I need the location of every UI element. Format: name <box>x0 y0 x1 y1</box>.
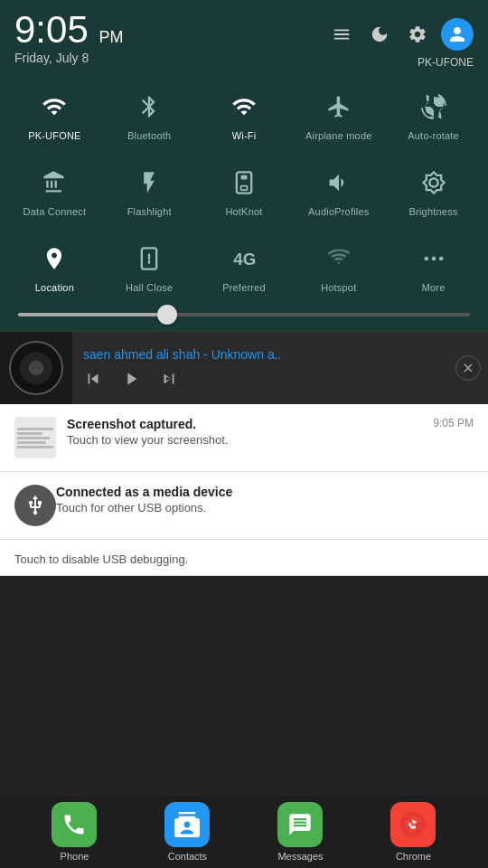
toggle-dataconnect[interactable]: Data Connect <box>11 156 98 224</box>
pk-ufone-label: PK-UFONE <box>28 130 80 141</box>
settings-icon[interactable] <box>403 20 432 49</box>
toggle-brightness[interactable]: Brightness <box>390 156 477 224</box>
airplane-label: Airplane mode <box>305 130 372 141</box>
svg-point-7 <box>438 257 443 261</box>
toggle-hotknot[interactable]: HotKnot <box>201 156 287 224</box>
toggle-preferred[interactable]: 4G Preferred <box>201 231 287 300</box>
slider-track <box>18 313 470 316</box>
toggle-row-1: PK-UFONE Bluetooth Wi-Fi A <box>7 76 481 152</box>
preferred-icon: 4G <box>224 239 264 278</box>
hallclose-icon <box>129 239 169 278</box>
toggle-row-2: Data Connect Flashlight HotKnot <box>7 152 481 228</box>
app-drawer-bottom: Phone Contacts Messages Chrome <box>0 796 488 868</box>
usb-title: Connected as a media device <box>56 485 474 499</box>
contacts-label: Contacts <box>168 851 207 862</box>
dataconnect-label: Data Connect <box>23 206 87 217</box>
app-phone[interactable]: Phone <box>52 802 97 862</box>
wifi-label: Wi-Fi <box>232 130 257 141</box>
thumb-line-2 <box>17 432 42 435</box>
autorotate-label: Auto-rotate <box>408 130 459 141</box>
location-icon <box>34 239 74 278</box>
toggle-hallclose[interactable]: Hall Close <box>106 231 192 300</box>
screenshot-thumb <box>14 417 56 458</box>
svg-point-6 <box>431 257 436 261</box>
hotknot-label: HotKnot <box>225 206 262 217</box>
carrier-name: PK-UFONE <box>418 56 474 69</box>
vinyl-disc <box>9 341 63 395</box>
app-chrome[interactable]: Chrome <box>390 802 436 862</box>
toggle-row-3: Location Hall Close 4G Preferred <box>7 228 481 304</box>
more-icon <box>414 239 454 278</box>
thumb-line-4 <box>17 441 46 444</box>
screenshot-content: Screenshot captured. 9:05 PM Touch to vi… <box>67 417 474 447</box>
messages-icon <box>277 802 323 847</box>
toggle-pk-ufone[interactable]: PK-UFONE <box>11 80 98 148</box>
app-contacts[interactable]: Contacts <box>164 802 210 862</box>
airplane-icon <box>319 87 359 127</box>
thumb-line-5 <box>17 446 53 448</box>
screenshot-thumbnail <box>14 417 56 458</box>
toggle-location[interactable]: Location <box>11 231 98 300</box>
date-label: Friday, July 8 <box>14 51 123 65</box>
app-messages[interactable]: Messages <box>277 802 323 862</box>
media-controls <box>83 369 445 389</box>
autorotate-icon <box>414 87 454 127</box>
brightness-slider[interactable] <box>0 304 488 331</box>
screenshot-body: Touch to view your screenshot. <box>67 433 474 447</box>
phone-label: Phone <box>61 851 89 862</box>
phone-icon <box>52 802 97 847</box>
media-close-button[interactable] <box>455 355 481 381</box>
toggle-flashlight[interactable]: Flashlight <box>106 156 192 224</box>
toggle-bluetooth[interactable]: Bluetooth <box>106 80 192 148</box>
svg-point-5 <box>424 257 428 261</box>
notification-usb[interactable]: Connected as a media device Touch for ot… <box>0 472 488 540</box>
notifications-list: Screenshot captured. 9:05 PM Touch to vi… <box>0 404 488 576</box>
svg-text:4G: 4G <box>233 250 256 269</box>
menu-icon[interactable] <box>327 20 356 49</box>
toggle-hotspot[interactable]: Hotspot <box>296 231 382 300</box>
usb-content: Connected as a media device Touch for ot… <box>56 485 474 514</box>
usb-icon <box>14 485 56 526</box>
prev-button[interactable] <box>83 369 103 389</box>
more-label: More <box>422 282 446 293</box>
status-icons <box>327 11 474 51</box>
audioprofiles-icon <box>319 163 359 203</box>
carrier-avatar <box>441 18 474 51</box>
bluetooth-icon <box>129 87 169 127</box>
slider-fill <box>18 313 167 316</box>
flashlight-icon <box>129 163 169 203</box>
toggle-more[interactable]: More <box>390 231 477 300</box>
toggle-airplane[interactable]: Airplane mode <box>296 80 382 148</box>
location-label: Location <box>35 282 74 293</box>
toggle-wifi[interactable]: Wi-Fi <box>201 80 287 148</box>
toggle-audioprofiles[interactable]: AudioProfiles <box>296 156 382 224</box>
media-title: saen ahmed ali shah - Unknown a.. <box>83 347 445 362</box>
chrome-label: Chrome <box>396 851 431 862</box>
toggle-autorotate[interactable]: Auto-rotate <box>390 80 477 148</box>
time-ampm: PM <box>99 28 123 46</box>
usb-body: Touch for other USB options. <box>56 501 474 514</box>
next-button[interactable] <box>159 369 179 389</box>
dataconnect-icon <box>34 163 74 203</box>
audioprofiles-label: AudioProfiles <box>308 206 369 217</box>
notif-title-row: Screenshot captured. 9:05 PM <box>67 417 474 433</box>
notification-partial[interactable]: Touch to disable USB debugging. <box>0 540 488 576</box>
notification-shade: 9:05 PM Friday, July 8 PK-UFONE <box>0 0 488 331</box>
time-block: 9:05 PM Friday, July 8 <box>14 11 123 65</box>
screenshot-title: Screenshot captured. <box>67 417 196 431</box>
flashlight-label: Flashlight <box>127 206 172 217</box>
slider-thumb[interactable] <box>157 305 177 325</box>
screenshot-time: 9:05 PM <box>433 417 474 429</box>
moon-icon[interactable] <box>365 20 394 49</box>
play-button[interactable] <box>121 369 141 389</box>
notification-screenshot[interactable]: Screenshot captured. 9:05 PM Touch to vi… <box>0 404 488 472</box>
messages-label: Messages <box>277 851 323 862</box>
contacts-icon <box>164 802 210 847</box>
svg-rect-1 <box>240 175 247 180</box>
quick-toggles: PK-UFONE Bluetooth Wi-Fi A <box>0 76 488 304</box>
media-info: saen ahmed ali shah - Unknown a.. <box>72 340 455 396</box>
thumb-line-3 <box>17 437 50 439</box>
hotspot-label: Hotspot <box>321 282 356 293</box>
clock-time: 9:05 PM <box>14 11 123 49</box>
hotknot-icon <box>224 163 264 203</box>
